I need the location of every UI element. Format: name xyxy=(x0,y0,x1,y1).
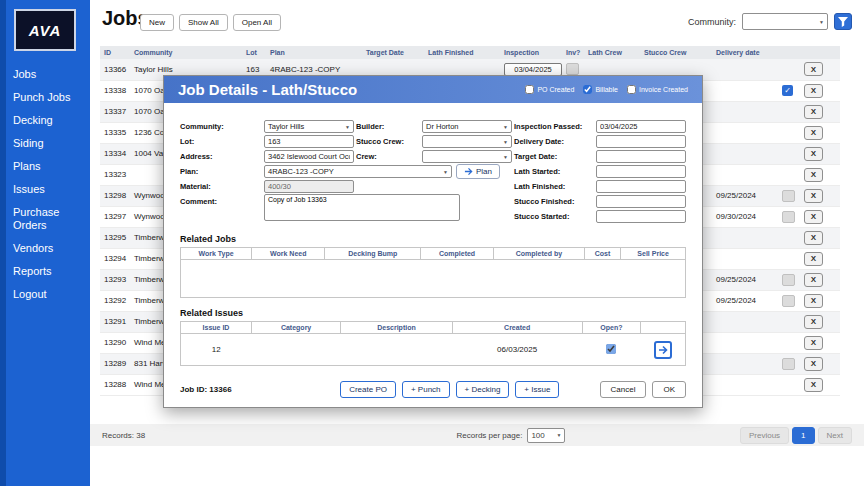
community-select[interactable] xyxy=(742,13,828,30)
delivered-checkbox[interactable] xyxy=(782,295,795,307)
sidebar-item-reports[interactable]: Reports xyxy=(0,260,90,283)
table-footer: Records: 38 Records per page: 100 Previo… xyxy=(90,424,864,446)
sidebar-item-siding[interactable]: Siding xyxy=(0,132,90,155)
next-page-button[interactable]: Next xyxy=(818,427,852,444)
delivered-checkbox[interactable] xyxy=(782,211,795,223)
comment-field-label: Comment: xyxy=(180,194,262,206)
delete-job-button[interactable]: X xyxy=(804,273,823,287)
crew-select[interactable] xyxy=(422,150,512,163)
billable-checkbox[interactable] xyxy=(583,85,592,94)
actions-cell: X xyxy=(800,164,840,185)
issue-open-checkbox[interactable] xyxy=(606,344,616,354)
delete-job-button[interactable]: X xyxy=(804,189,823,203)
col-inv: Inv? xyxy=(562,46,584,59)
stucco-started-input[interactable] xyxy=(596,210,686,223)
invoice-created-checkbox[interactable] xyxy=(627,85,636,94)
plan-select[interactable]: 4RABC-123 -COPY xyxy=(264,165,452,178)
ok-button[interactable]: OK xyxy=(652,381,686,398)
delete-job-button[interactable]: X xyxy=(804,252,823,266)
stucco-finished-input[interactable] xyxy=(596,195,686,208)
comment-textarea[interactable]: Copy of Job 13363 xyxy=(264,194,460,221)
delivery-date-cell: 09/25/2024 xyxy=(712,269,778,290)
target-date-input[interactable] xyxy=(596,150,686,163)
delete-job-button[interactable]: X xyxy=(804,105,823,119)
delivered-checkbox[interactable] xyxy=(782,274,795,286)
delete-job-button[interactable]: X xyxy=(804,357,823,371)
delivered-cell xyxy=(778,269,800,290)
sidebar-item-punch-jobs[interactable]: Punch Jobs xyxy=(0,86,90,109)
delete-job-button[interactable]: X xyxy=(804,315,823,329)
community-field-select[interactable]: Taylor Hills xyxy=(264,120,354,133)
delivered-checkbox[interactable] xyxy=(782,358,795,370)
po-created-checkbox[interactable] xyxy=(525,85,534,94)
inspection-passed-input[interactable] xyxy=(596,120,686,133)
page-1-button[interactable]: 1 xyxy=(792,427,814,444)
stucco-crew-label: Stucco Crew: xyxy=(356,137,420,146)
address-input[interactable] xyxy=(264,150,354,163)
add-decking-button[interactable]: + Decking xyxy=(456,381,510,398)
sidebar-item-decking[interactable]: Decking xyxy=(0,109,90,132)
delivery-date-cell xyxy=(712,332,778,353)
delivery-date-cell xyxy=(712,374,778,395)
delivered-checkbox[interactable]: ✓ xyxy=(782,85,793,96)
builder-field-select[interactable]: Dr Horton xyxy=(422,120,512,133)
builder-field-label: Builder: xyxy=(356,122,420,131)
cancel-button[interactable]: Cancel xyxy=(600,381,647,398)
delete-job-button[interactable]: X xyxy=(804,84,823,98)
create-po-button[interactable]: Create PO xyxy=(340,381,396,398)
actions-cell: X xyxy=(800,206,840,227)
delivered-checkbox[interactable] xyxy=(782,190,795,202)
invoice-created-flag[interactable]: Invoice Created xyxy=(627,85,688,94)
delete-job-button[interactable]: X xyxy=(804,378,823,392)
actions-cell: X xyxy=(800,269,840,290)
inspection-date-box[interactable]: 03/04/2025 xyxy=(504,63,562,76)
sidebar-item-vendors[interactable]: Vendors xyxy=(0,237,90,260)
delivery-date-cell xyxy=(712,227,778,248)
inv-checkbox[interactable] xyxy=(566,63,579,75)
sidebar-item-plans[interactable]: Plans xyxy=(0,155,90,178)
open-all-button[interactable]: Open All xyxy=(233,14,281,31)
delivered-cell xyxy=(778,101,800,122)
sidebar-item-issues[interactable]: Issues xyxy=(0,178,90,201)
sidebar-item-jobs[interactable]: Jobs xyxy=(0,63,90,86)
delete-job-button[interactable]: X xyxy=(804,210,823,224)
delete-job-button[interactable]: X xyxy=(804,147,823,161)
previous-page-button[interactable]: Previous xyxy=(740,427,789,444)
related-jobs-empty-row xyxy=(181,260,686,298)
delivery-date-input[interactable] xyxy=(596,135,686,148)
related-issues-table: Issue ID Category Description Created Op… xyxy=(180,321,686,366)
sidebar-item-logout[interactable]: Logout xyxy=(0,283,90,306)
billable-flag[interactable]: Billable xyxy=(583,85,618,94)
delete-job-button[interactable]: X xyxy=(804,336,823,350)
show-all-button[interactable]: Show All xyxy=(179,14,228,31)
delete-job-button[interactable]: X xyxy=(804,126,823,140)
delete-job-button[interactable]: X xyxy=(804,231,823,245)
material-input xyxy=(264,180,354,193)
per-page-select[interactable]: 100 xyxy=(527,428,565,443)
filter-button[interactable] xyxy=(834,13,852,30)
col-completed: Completed xyxy=(421,248,494,260)
stucco-crew-select[interactable] xyxy=(422,135,512,148)
lath-finished-input[interactable] xyxy=(596,180,686,193)
delivered-cell xyxy=(778,59,800,80)
delete-job-button[interactable]: X xyxy=(804,62,823,76)
new-button[interactable]: New xyxy=(140,14,174,31)
po-created-flag[interactable]: PO Created xyxy=(525,85,574,94)
sidebar-item-purchase-orders[interactable]: Purchase Orders xyxy=(0,201,90,237)
job-id-cell: 13298 xyxy=(100,185,130,206)
col-community: Community xyxy=(130,46,242,59)
lot-input[interactable] xyxy=(264,135,354,148)
delete-job-button[interactable]: X xyxy=(804,168,823,182)
add-punch-button[interactable]: + Punch xyxy=(402,381,450,398)
table-header-row: ID Community Lot Plan Target Date Lath F… xyxy=(100,46,840,59)
lath-started-input[interactable] xyxy=(596,165,686,178)
delete-job-button[interactable]: X xyxy=(804,294,823,308)
related-jobs-title: Related Jobs xyxy=(180,234,686,244)
community-filter-group: Community: xyxy=(688,13,852,30)
add-issue-button[interactable]: + Issue xyxy=(515,381,559,398)
col-plan: Plan xyxy=(266,46,362,59)
delivered-cell xyxy=(778,227,800,248)
open-issue-button[interactable] xyxy=(654,341,672,359)
logo-text: AVA xyxy=(29,22,61,39)
go-to-plan-button[interactable]: Plan xyxy=(456,164,500,179)
